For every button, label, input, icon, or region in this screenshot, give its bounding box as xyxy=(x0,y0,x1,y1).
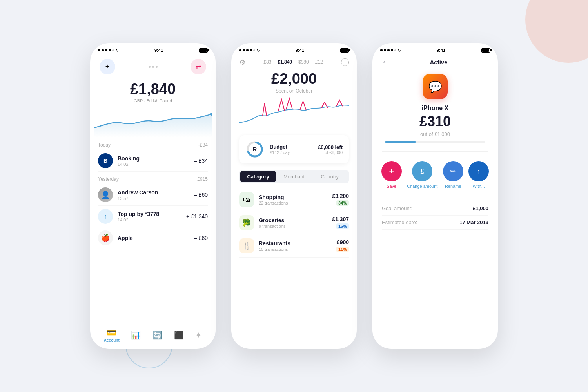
header-tab-4[interactable]: £12 xyxy=(315,59,323,65)
chart2-svg xyxy=(239,95,349,131)
apple-info: Apple xyxy=(118,235,194,241)
phone3-header: ← Active xyxy=(372,55,498,66)
cat-shopping[interactable]: 🛍 Shopping 22 transactions £3,200 34% xyxy=(239,188,349,211)
groceries-icon: 🥦 xyxy=(239,215,254,230)
apple-amount: – £60 xyxy=(194,235,208,241)
tx-booking[interactable]: B Booking 14:02 – £34 xyxy=(98,150,208,172)
info-icon[interactable]: i xyxy=(341,58,349,66)
change-amount-label: Change amount xyxy=(407,184,437,189)
goal-amount-value: £1,000 xyxy=(473,205,488,211)
restaurants-pct: 11% xyxy=(336,247,349,252)
save-circle: + xyxy=(381,161,402,181)
more-icon: ✦ xyxy=(195,330,202,340)
phone1: ∿ 9:41 + ⇄ xyxy=(90,43,216,349)
action-withdraw[interactable]: ↑ With... xyxy=(468,161,489,189)
budget-sub: £112 / day xyxy=(270,150,318,155)
andrew-info: Andrew Carson 13:57 xyxy=(118,189,194,201)
nav-transfer[interactable]: 🔄 xyxy=(152,330,162,340)
category-list: 🛍 Shopping 22 transactions £3,200 34% 🥦 … xyxy=(231,185,357,349)
plus-icon: + xyxy=(105,63,110,71)
cat-groceries[interactable]: 🥦 Groceries 9 transactions £1,307 16% xyxy=(239,211,349,234)
restaurants-name: Restaurants xyxy=(259,240,336,247)
tab-category[interactable]: Category xyxy=(240,171,276,182)
p3-battery-fill xyxy=(482,49,489,52)
booking-name: Booking xyxy=(118,155,194,162)
tx-andrew[interactable]: 👤 Andrew Carson 13:57 – £60 xyxy=(98,184,208,206)
andrew-name: Andrew Carson xyxy=(118,189,194,196)
shopping-name: Shopping xyxy=(259,194,332,200)
chart2-area xyxy=(231,95,357,131)
bg-decoration xyxy=(525,0,588,63)
nav-account[interactable]: 💳 Account xyxy=(104,328,120,343)
budget-right: £6,000 left of £8,000 xyxy=(318,144,343,155)
goal-name: iPhone X xyxy=(422,105,448,112)
phone2-content: ⚙ £83 £1,840 $980 £12 i £2,000 Spent on … xyxy=(231,55,357,349)
transfer-nav-icon: 🔄 xyxy=(152,330,162,340)
apple-name: Apple xyxy=(118,235,194,241)
goal-amount: £310 xyxy=(419,113,451,130)
header-tab-2[interactable]: £1,840 xyxy=(278,59,292,65)
wifi-icon: ∿ xyxy=(115,48,118,53)
goal-details: Goal amount: £1,000 Estimated date: 17 M… xyxy=(372,198,498,233)
save-label: Save xyxy=(387,184,396,189)
p2-battery-icon xyxy=(340,48,349,53)
status-left: ∿ xyxy=(98,48,118,53)
add-button[interactable]: + xyxy=(100,59,115,74)
restaurants-icon: 🍴 xyxy=(239,238,254,253)
p3-dot3 xyxy=(387,49,390,51)
progress-bar-fill xyxy=(385,141,416,143)
phone1-content: + ⇄ £1,840 GBP · British Pound xyxy=(90,55,216,349)
p3-battery-icon xyxy=(481,48,490,53)
phone2-balance: £2,000 Spent on October xyxy=(231,67,357,95)
donut-container: R xyxy=(245,140,264,159)
p3-wifi-icon: ∿ xyxy=(397,48,401,53)
transfer-icon: ⇄ xyxy=(196,63,201,71)
signal-dot1 xyxy=(98,49,100,51)
shopping-info: Shopping 22 transactions xyxy=(259,194,332,205)
nav-more[interactable]: ✦ xyxy=(195,330,202,340)
transfer-button[interactable]: ⇄ xyxy=(191,59,206,74)
tx-apple[interactable]: 🍎 Apple – £60 xyxy=(98,227,208,249)
budget-card: R Budget £112 / day £6,000 left of £8,00… xyxy=(239,135,349,163)
action-save[interactable]: + Save xyxy=(381,161,402,189)
booking-info: Booking 14:02 xyxy=(118,155,194,167)
divider-top xyxy=(382,151,488,152)
change-amount-circle: £ xyxy=(412,161,432,181)
action-change-amount[interactable]: £ Change amount xyxy=(407,161,437,189)
p2-dot5 xyxy=(253,49,255,51)
dot-nav3 xyxy=(156,66,158,68)
shopping-pct: 34% xyxy=(336,200,349,206)
andrew-time: 13:57 xyxy=(118,196,194,201)
shopping-right: £3,200 34% xyxy=(332,193,349,206)
withdraw-circle: ↑ xyxy=(468,161,489,181)
tab-country[interactable]: Country xyxy=(312,171,348,182)
divider-bottom xyxy=(382,195,488,195)
goal-section: 💬 iPhone X £310 out of £1,000 xyxy=(372,66,498,148)
dot-nav1 xyxy=(149,66,151,68)
dot-nav2 xyxy=(152,66,154,68)
p3-dot1 xyxy=(380,49,383,51)
nav-cards[interactable]: ⬛ xyxy=(174,330,184,340)
est-date-value: 17 Mar 2019 xyxy=(459,220,488,225)
back-button[interactable]: ← xyxy=(382,58,389,66)
battery-icon xyxy=(199,48,208,53)
budget-of: of £8,000 xyxy=(318,150,343,155)
settings-icon[interactable]: ⚙ xyxy=(239,58,245,67)
groceries-amount: £1,307 xyxy=(332,216,349,222)
header-tab-1[interactable]: £83 xyxy=(263,59,271,65)
phone2-header: ⚙ £83 £1,840 $980 £12 i xyxy=(231,55,357,67)
cat-restaurants[interactable]: 🍴 Restaurants 15 transactions £900 11% xyxy=(239,234,349,258)
header-tab-3[interactable]: $980 xyxy=(298,59,309,65)
action-rename[interactable]: ✏ Rename xyxy=(443,161,463,189)
booking-amount: – £34 xyxy=(194,158,208,164)
shopping-icon: 🛍 xyxy=(239,192,254,207)
nav-analytics[interactable]: 📊 xyxy=(131,330,141,340)
header-tabs: £83 £1,840 $980 £12 xyxy=(263,59,323,65)
tab-merchant[interactable]: Merchant xyxy=(276,171,312,182)
today-label: Today xyxy=(98,142,111,148)
goal-out-of: out of £1,000 xyxy=(420,131,450,137)
change-amount-icon: £ xyxy=(420,167,424,176)
tx-topup[interactable]: ↑ Top up by *3778 14:02 + £1,340 xyxy=(98,206,208,227)
phone3-title: Active xyxy=(430,59,447,65)
budget-left-amount: £6,000 left xyxy=(318,144,343,150)
